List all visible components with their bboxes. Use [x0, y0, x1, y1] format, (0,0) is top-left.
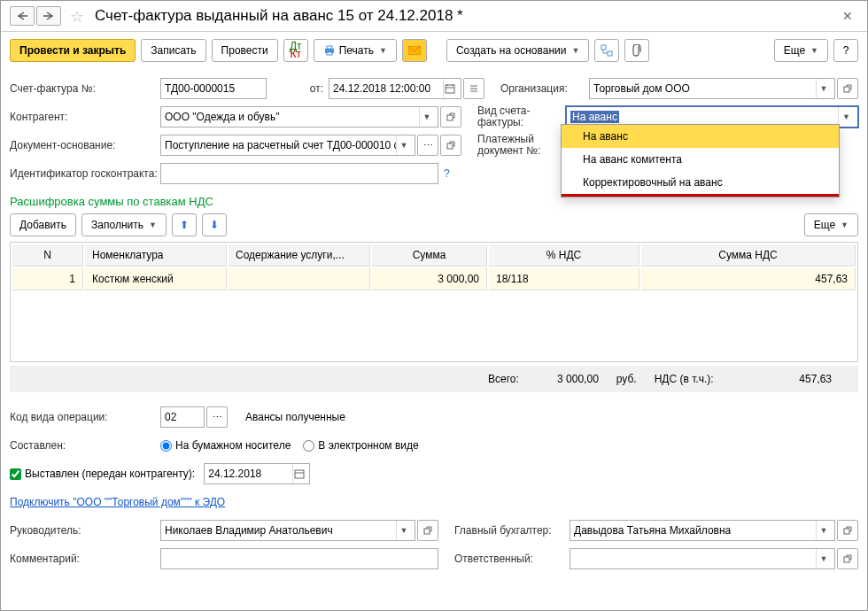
accountant-label: Главный бухгалтер: — [454, 524, 570, 537]
basis-input[interactable]: ▼ — [160, 135, 415, 156]
back-button[interactable] — [10, 6, 35, 26]
org-label: Организация: — [500, 82, 589, 95]
dtkt-button[interactable]: ДтКт — [283, 39, 308, 62]
op-code-label: Код вида операции: — [10, 411, 160, 423]
responsible-input[interactable]: ▼ — [570, 548, 835, 569]
vat-table: N Номенклатура Содержание услуги,... Сум… — [10, 242, 858, 362]
print-button[interactable]: Печать▼ — [314, 39, 397, 62]
open-accountant-button[interactable] — [837, 520, 858, 541]
svg-rect-18 — [295, 470, 304, 478]
red-underline — [562, 194, 839, 197]
svg-rect-21 — [844, 529, 849, 534]
col-n[interactable]: N — [12, 244, 83, 267]
svg-rect-22 — [844, 557, 849, 562]
op-code-desc: Авансы полученные — [245, 411, 345, 423]
move-down-button[interactable]: ⬇ — [202, 213, 227, 236]
org-input[interactable]: ▼ — [589, 78, 835, 99]
comment-input[interactable] — [160, 548, 438, 569]
date-input[interactable] — [329, 78, 461, 99]
gov-id-label: Идентификатор госконтракта: — [10, 168, 160, 180]
comment-label: Комментарий: — [10, 553, 160, 565]
create-based-button[interactable]: Создать на основании▼ — [446, 39, 589, 62]
type-label: Вид счета-фактуры: — [477, 105, 566, 128]
svg-rect-20 — [424, 529, 430, 534]
chevron-down-icon[interactable]: ▼ — [816, 79, 831, 98]
paydoc-label: Платежный документ №: — [477, 134, 566, 157]
edo-link[interactable]: Подключить "ООО ""Торговый дом""" к ЭДО — [10, 496, 225, 508]
col-nomen[interactable]: Номенклатура — [85, 244, 227, 267]
close-icon[interactable]: ✕ — [837, 9, 858, 23]
chevron-down-icon[interactable]: ▼ — [816, 549, 831, 568]
svg-rect-6 — [601, 45, 606, 50]
head-input[interactable]: ▼ — [160, 520, 415, 541]
envelope-icon — [408, 46, 421, 55]
contragent-label: Контрагент: — [10, 111, 160, 123]
open-org-button[interactable] — [837, 78, 858, 99]
window-title: Счет-фактура выданный на аванс 15 от 24.… — [95, 7, 463, 25]
chevron-down-icon[interactable]: ▼ — [816, 521, 831, 540]
contragent-input[interactable]: ▼ — [160, 106, 438, 128]
op-code-input[interactable] — [160, 406, 205, 428]
issued-checkbox[interactable]: Выставлен (передан контрагенту): — [10, 468, 195, 480]
col-vat-pct[interactable]: % НДС — [489, 244, 639, 267]
help-button[interactable]: ? — [833, 39, 858, 62]
series-button[interactable] — [463, 78, 484, 99]
svg-rect-8 — [446, 85, 454, 93]
svg-rect-15 — [844, 87, 849, 92]
clip-icon — [632, 44, 642, 57]
chevron-down-icon[interactable]: ▼ — [396, 135, 411, 155]
op-code-select-button[interactable]: ⋯ — [206, 406, 228, 428]
dropdown-item-advance-commissioner[interactable]: На аванс комитента — [562, 148, 839, 171]
add-button[interactable]: Добавить — [10, 213, 76, 236]
number-label: Счет-фактура №: — [10, 82, 160, 95]
help-icon[interactable]: ? — [444, 167, 450, 180]
svg-rect-4 — [327, 52, 332, 55]
post-close-button[interactable]: Провести и закрыть — [10, 39, 136, 62]
dots-button[interactable]: ⋯ — [417, 135, 438, 156]
svg-rect-16 — [447, 115, 453, 120]
col-vat-sum[interactable]: Сумма НДС — [641, 244, 856, 267]
calendar-icon[interactable] — [292, 464, 306, 483]
number-input[interactable] — [160, 78, 267, 99]
head-label: Руководитель: — [10, 524, 160, 537]
more-button[interactable]: Еще▼ — [774, 39, 828, 62]
forward-button[interactable] — [36, 6, 61, 26]
write-button[interactable]: Записать — [141, 39, 205, 62]
chevron-down-icon[interactable]: ▼ — [838, 107, 854, 127]
radio-electronic[interactable]: В электронном виде — [303, 439, 418, 452]
table-row[interactable]: 1 Костюм женский 3 000,00 18/118 457,63 — [12, 268, 856, 290]
open-basis-button[interactable] — [440, 135, 461, 156]
attach-button[interactable] — [624, 39, 649, 62]
table-more-button[interactable]: Еще▼ — [804, 213, 858, 236]
open-responsible-button[interactable] — [837, 548, 858, 569]
from-label: от: — [267, 82, 329, 95]
move-up-button[interactable]: ⬆ — [172, 213, 197, 236]
chevron-down-icon[interactable]: ▼ — [419, 107, 434, 127]
dropdown-item-advance[interactable]: На аванс — [562, 125, 839, 148]
gov-id-input[interactable] — [160, 163, 438, 184]
col-sum[interactable]: Сумма — [372, 244, 487, 267]
issued-date-input[interactable] — [204, 463, 310, 484]
type-dropdown[interactable]: На аванс На аванс комитента Корректирово… — [561, 124, 840, 197]
dropdown-item-correction-advance[interactable]: Корректировочный на аванс — [562, 171, 839, 194]
basis-label: Документ-основание: — [10, 139, 160, 151]
col-content[interactable]: Содержание услуги,... — [229, 244, 370, 267]
calendar-icon[interactable] — [443, 79, 457, 98]
accountant-input[interactable]: ▼ — [570, 520, 835, 541]
structure-icon — [601, 44, 613, 57]
open-head-button[interactable] — [417, 520, 438, 541]
open-contragent-button[interactable] — [440, 106, 461, 128]
composed-label: Составлен: — [10, 439, 160, 452]
email-button[interactable] — [402, 39, 427, 62]
responsible-label: Ответственный: — [454, 553, 570, 565]
svg-rect-3 — [327, 46, 332, 49]
svg-rect-17 — [447, 143, 453, 149]
favorite-icon[interactable]: ☆ — [70, 7, 88, 25]
totals-bar: Всего: 3 000,00 руб. НДС (в т.ч.): 457,6… — [10, 366, 858, 392]
structure-button[interactable] — [594, 39, 619, 62]
post-button[interactable]: Провести — [212, 39, 278, 62]
chevron-down-icon[interactable]: ▼ — [396, 521, 411, 540]
printer-icon — [323, 45, 336, 56]
radio-paper[interactable]: На бумажном носителе — [160, 439, 291, 452]
fill-button[interactable]: Заполнить▼ — [81, 213, 167, 236]
